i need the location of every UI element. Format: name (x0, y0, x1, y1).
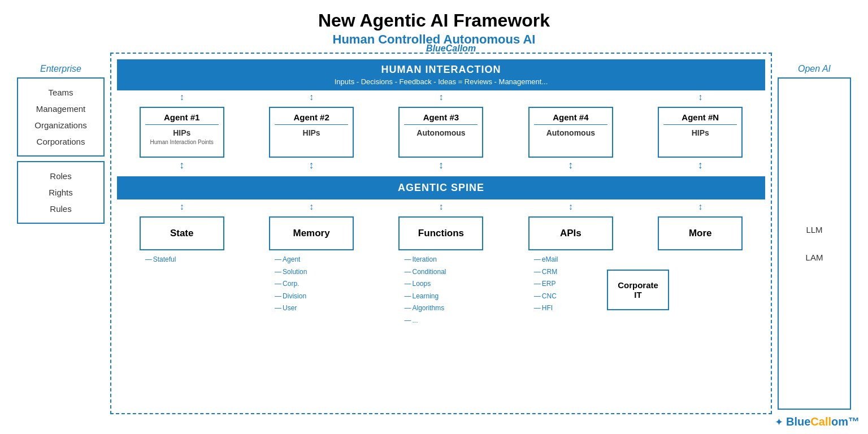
agent-col-2: Agent #2 HIPs ↕ (267, 107, 356, 173)
functions-sub-3: Learning (404, 290, 483, 303)
spine-arrow-5: ↕ (656, 202, 745, 212)
agent-2-title: Agent #2 (275, 112, 348, 125)
agentic-spine-bar: AGENTIC SPINE (117, 176, 765, 199)
enterprise-box1: Teams Management Organizations Corporati… (17, 77, 105, 157)
bluecallom-label: BlueCallom (426, 44, 476, 54)
apis-sub-4: HFI (534, 302, 613, 315)
main-title: New Agentic AI Framework (0, 10, 868, 31)
spine-arrow-2: ↕ (267, 202, 356, 212)
functions-sub-4: Algorithms (404, 302, 483, 315)
functions-sub-items: Iteration Conditional Loops Learning Alg… (398, 254, 483, 327)
enterprise-item-organizations: Organizations (23, 117, 99, 133)
openai-label: Open AI (778, 64, 851, 74)
agent-5-title: Agent #N (663, 112, 737, 125)
enterprise-item-rules: Rules (23, 201, 99, 217)
component-box-memory: Memory (269, 216, 354, 250)
memory-sub-items: Agent Solution Corp. Division User (269, 254, 354, 315)
agent-2-type: HIPs (275, 128, 348, 137)
agent-4-title: Agent #4 (534, 112, 607, 125)
functions-sub-5: ... (404, 315, 483, 327)
component-box-apis: APIs (528, 216, 613, 250)
memory-sub-1: Solution (275, 266, 354, 279)
agent-box-2: Agent #2 HIPs (269, 107, 354, 158)
functions-sub-0: Iteration (404, 254, 483, 266)
apis-sub-items: eMail CRM ERP CNC HFI (528, 254, 613, 315)
enterprise-item-rights: Rights (23, 184, 99, 201)
memory-sub-4: User (275, 302, 354, 315)
functions-sub-1: Conditional (404, 266, 483, 279)
agent-5-arrow: ↕ (698, 159, 703, 171)
human-interaction-subtitle: Inputs - Decisions - Feedback - Ideas = … (124, 77, 758, 86)
agent-1-title: Agent #1 (145, 112, 219, 125)
component-col-functions: Functions Iteration Conditional Loops Le… (396, 216, 485, 327)
top-arrow-5: ↕ (656, 92, 745, 102)
apis-sub-3: CNC (534, 290, 613, 303)
top-arrow-4 (526, 92, 615, 102)
top-arrow-1: ↕ (137, 92, 227, 102)
state-sub-items: Stateful (140, 254, 224, 266)
agent-1-type: HIPs (145, 128, 219, 137)
enterprise-item-management: Management (23, 101, 99, 117)
agent-box-1: Agent #1 HIPs Human Interaction Points (140, 107, 224, 158)
top-arrow-2: ↕ (267, 92, 356, 102)
agent-3-title: Agent #3 (404, 112, 478, 125)
logo-icon: ✦ (775, 416, 783, 428)
enterprise-label: Enterprise (17, 64, 105, 74)
component-box-more: More (658, 216, 743, 250)
top-arrow-3: ↕ (396, 92, 485, 102)
memory-sub-0: Agent (275, 254, 354, 266)
corporate-it-label: CorporateIT (618, 280, 658, 300)
more-title: More (689, 228, 712, 239)
sidebar-enterprise: Enterprise Teams Management Organization… (17, 64, 105, 414)
openai-item-lam: LAM (806, 249, 823, 266)
agent-3-type: Autonomous (404, 128, 478, 137)
component-col-memory: Memory Agent Solution Corp. Division Use… (267, 216, 356, 327)
enterprise-item-corporations: Corporations (23, 133, 99, 150)
apis-sub-0: eMail (534, 254, 613, 266)
component-col-state: State Stateful (137, 216, 227, 327)
corporate-it-box: CorporateIT (607, 270, 669, 310)
memory-sub-2: Corp. (275, 278, 354, 290)
agent-3-arrow: ↕ (439, 159, 444, 171)
agent-4-arrow: ↕ (568, 159, 573, 171)
agent-4-type: Autonomous (534, 128, 607, 137)
component-col-apis: APIs eMail CRM ERP CNC HFI (526, 216, 615, 327)
apis-sub-1: CRM (534, 266, 613, 279)
top-arrows-row: ↕ ↕ ↕ ↕ (117, 92, 765, 102)
state-sub-0: Stateful (145, 254, 224, 266)
sidebar-openai: Open AI LLM LAM (778, 64, 851, 414)
spine-arrows-row: ↕ ↕ ↕ ↕ ↕ (117, 202, 765, 212)
main-area: Enterprise Teams Management Organization… (17, 53, 851, 414)
memory-title: Memory (293, 228, 329, 239)
enterprise-box2: Roles Rights Rules (17, 161, 105, 224)
page-title: New Agentic AI Framework Human Controlle… (0, 0, 868, 47)
agent-5-type: HIPs (663, 128, 737, 137)
agent-box-5: Agent #N HIPs (658, 107, 743, 158)
agent-col-3: Agent #3 Autonomous ↕ (396, 107, 485, 173)
functions-sub-2: Loops (404, 278, 483, 290)
main-content-area: BlueCallom HUMAN INTERACTION Inputs - De… (110, 53, 772, 414)
components-section: State Stateful Memory Agent Solution Cor… (117, 216, 765, 327)
agent-col-4: Agent #4 Autonomous ↕ (526, 107, 615, 173)
human-interaction-title: HUMAN INTERACTION (124, 64, 758, 76)
agent-col-1: Agent #1 HIPs Human Interaction Points ↕ (137, 107, 227, 173)
apis-sub-2: ERP (534, 278, 613, 290)
functions-title: Functions (418, 228, 464, 239)
openai-item-llm: LLM (806, 222, 822, 238)
component-box-functions: Functions (398, 216, 483, 250)
agent-box-3: Agent #3 Autonomous (398, 107, 483, 158)
enterprise-item-teams: Teams (23, 84, 99, 101)
logo-area: ✦ BlueCallom™ (775, 415, 860, 428)
state-title: State (170, 228, 194, 239)
spine-arrow-1: ↕ (137, 202, 227, 212)
memory-sub-3: Division (275, 290, 354, 303)
spine-arrow-3: ↕ (396, 202, 485, 212)
spine-arrow-4: ↕ (526, 202, 615, 212)
openai-box: LLM LAM (778, 77, 851, 410)
agent-2-arrow: ↕ (309, 159, 314, 171)
component-box-state: State (140, 216, 224, 250)
enterprise-item-roles: Roles (23, 168, 99, 184)
human-interaction-bar: HUMAN INTERACTION Inputs - Decisions - F… (117, 59, 765, 90)
agent-col-5: Agent #N HIPs ↕ (656, 107, 745, 173)
agent-1-arrow: ↕ (179, 159, 184, 171)
